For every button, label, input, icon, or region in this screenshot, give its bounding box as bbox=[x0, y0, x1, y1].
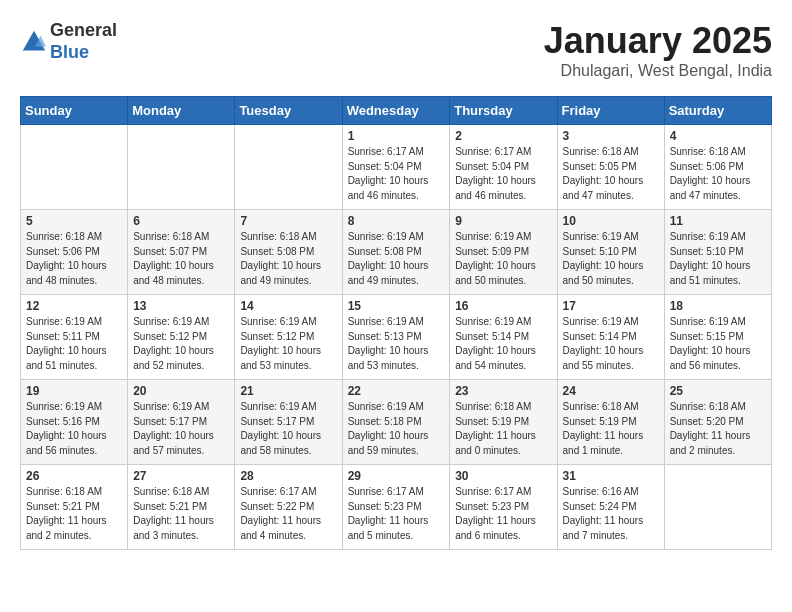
day-number: 4 bbox=[670, 129, 766, 143]
day-number: 13 bbox=[133, 299, 229, 313]
day-number: 5 bbox=[26, 214, 122, 228]
calendar-cell: 22Sunrise: 6:19 AM Sunset: 5:18 PM Dayli… bbox=[342, 380, 450, 465]
logo-blue: Blue bbox=[50, 42, 89, 62]
calendar-cell bbox=[235, 125, 342, 210]
calendar-week-4: 19Sunrise: 6:19 AM Sunset: 5:16 PM Dayli… bbox=[21, 380, 772, 465]
calendar-header: Sunday Monday Tuesday Wednesday Thursday… bbox=[21, 97, 772, 125]
calendar-cell bbox=[128, 125, 235, 210]
calendar-subtitle: Dhulagari, West Bengal, India bbox=[544, 62, 772, 80]
day-detail: Sunrise: 6:19 AM Sunset: 5:16 PM Dayligh… bbox=[26, 400, 122, 458]
header-row: Sunday Monday Tuesday Wednesday Thursday… bbox=[21, 97, 772, 125]
day-detail: Sunrise: 6:18 AM Sunset: 5:07 PM Dayligh… bbox=[133, 230, 229, 288]
logo-text: General Blue bbox=[50, 20, 117, 63]
day-number: 7 bbox=[240, 214, 336, 228]
calendar-cell: 3Sunrise: 6:18 AM Sunset: 5:05 PM Daylig… bbox=[557, 125, 664, 210]
header-thursday: Thursday bbox=[450, 97, 557, 125]
calendar-cell: 29Sunrise: 6:17 AM Sunset: 5:23 PM Dayli… bbox=[342, 465, 450, 550]
header-sunday: Sunday bbox=[21, 97, 128, 125]
day-number: 16 bbox=[455, 299, 551, 313]
calendar-cell: 23Sunrise: 6:18 AM Sunset: 5:19 PM Dayli… bbox=[450, 380, 557, 465]
calendar-cell: 4Sunrise: 6:18 AM Sunset: 5:06 PM Daylig… bbox=[664, 125, 771, 210]
day-number: 26 bbox=[26, 469, 122, 483]
day-detail: Sunrise: 6:19 AM Sunset: 5:15 PM Dayligh… bbox=[670, 315, 766, 373]
calendar-cell: 7Sunrise: 6:18 AM Sunset: 5:08 PM Daylig… bbox=[235, 210, 342, 295]
day-detail: Sunrise: 6:17 AM Sunset: 5:23 PM Dayligh… bbox=[348, 485, 445, 543]
calendar-cell: 13Sunrise: 6:19 AM Sunset: 5:12 PM Dayli… bbox=[128, 295, 235, 380]
logo: General Blue bbox=[20, 20, 117, 63]
calendar-cell: 27Sunrise: 6:18 AM Sunset: 5:21 PM Dayli… bbox=[128, 465, 235, 550]
day-number: 10 bbox=[563, 214, 659, 228]
day-detail: Sunrise: 6:19 AM Sunset: 5:18 PM Dayligh… bbox=[348, 400, 445, 458]
day-number: 15 bbox=[348, 299, 445, 313]
calendar-cell: 14Sunrise: 6:19 AM Sunset: 5:12 PM Dayli… bbox=[235, 295, 342, 380]
day-detail: Sunrise: 6:19 AM Sunset: 5:12 PM Dayligh… bbox=[133, 315, 229, 373]
calendar-cell: 21Sunrise: 6:19 AM Sunset: 5:17 PM Dayli… bbox=[235, 380, 342, 465]
day-detail: Sunrise: 6:16 AM Sunset: 5:24 PM Dayligh… bbox=[563, 485, 659, 543]
logo-icon bbox=[20, 28, 48, 56]
calendar-cell: 30Sunrise: 6:17 AM Sunset: 5:23 PM Dayli… bbox=[450, 465, 557, 550]
day-detail: Sunrise: 6:17 AM Sunset: 5:22 PM Dayligh… bbox=[240, 485, 336, 543]
day-number: 24 bbox=[563, 384, 659, 398]
logo-general: General bbox=[50, 20, 117, 40]
header-wednesday: Wednesday bbox=[342, 97, 450, 125]
calendar-cell: 15Sunrise: 6:19 AM Sunset: 5:13 PM Dayli… bbox=[342, 295, 450, 380]
day-number: 14 bbox=[240, 299, 336, 313]
day-number: 8 bbox=[348, 214, 445, 228]
calendar-cell bbox=[664, 465, 771, 550]
calendar-cell: 28Sunrise: 6:17 AM Sunset: 5:22 PM Dayli… bbox=[235, 465, 342, 550]
day-detail: Sunrise: 6:19 AM Sunset: 5:10 PM Dayligh… bbox=[670, 230, 766, 288]
calendar-cell: 11Sunrise: 6:19 AM Sunset: 5:10 PM Dayli… bbox=[664, 210, 771, 295]
calendar-cell: 5Sunrise: 6:18 AM Sunset: 5:06 PM Daylig… bbox=[21, 210, 128, 295]
calendar-cell: 6Sunrise: 6:18 AM Sunset: 5:07 PM Daylig… bbox=[128, 210, 235, 295]
calendar-cell bbox=[21, 125, 128, 210]
calendar-cell: 2Sunrise: 6:17 AM Sunset: 5:04 PM Daylig… bbox=[450, 125, 557, 210]
day-number: 17 bbox=[563, 299, 659, 313]
day-detail: Sunrise: 6:19 AM Sunset: 5:17 PM Dayligh… bbox=[240, 400, 336, 458]
day-detail: Sunrise: 6:19 AM Sunset: 5:08 PM Dayligh… bbox=[348, 230, 445, 288]
day-detail: Sunrise: 6:18 AM Sunset: 5:05 PM Dayligh… bbox=[563, 145, 659, 203]
header-monday: Monday bbox=[128, 97, 235, 125]
calendar-cell: 10Sunrise: 6:19 AM Sunset: 5:10 PM Dayli… bbox=[557, 210, 664, 295]
day-number: 1 bbox=[348, 129, 445, 143]
day-number: 9 bbox=[455, 214, 551, 228]
header-tuesday: Tuesday bbox=[235, 97, 342, 125]
day-number: 29 bbox=[348, 469, 445, 483]
calendar-week-3: 12Sunrise: 6:19 AM Sunset: 5:11 PM Dayli… bbox=[21, 295, 772, 380]
calendar-week-5: 26Sunrise: 6:18 AM Sunset: 5:21 PM Dayli… bbox=[21, 465, 772, 550]
day-detail: Sunrise: 6:17 AM Sunset: 5:23 PM Dayligh… bbox=[455, 485, 551, 543]
day-number: 6 bbox=[133, 214, 229, 228]
day-number: 20 bbox=[133, 384, 229, 398]
day-number: 27 bbox=[133, 469, 229, 483]
calendar-cell: 8Sunrise: 6:19 AM Sunset: 5:08 PM Daylig… bbox=[342, 210, 450, 295]
day-detail: Sunrise: 6:19 AM Sunset: 5:09 PM Dayligh… bbox=[455, 230, 551, 288]
day-detail: Sunrise: 6:18 AM Sunset: 5:06 PM Dayligh… bbox=[670, 145, 766, 203]
header-friday: Friday bbox=[557, 97, 664, 125]
day-detail: Sunrise: 6:18 AM Sunset: 5:06 PM Dayligh… bbox=[26, 230, 122, 288]
day-detail: Sunrise: 6:19 AM Sunset: 5:14 PM Dayligh… bbox=[455, 315, 551, 373]
day-detail: Sunrise: 6:18 AM Sunset: 5:08 PM Dayligh… bbox=[240, 230, 336, 288]
calendar-week-1: 1Sunrise: 6:17 AM Sunset: 5:04 PM Daylig… bbox=[21, 125, 772, 210]
day-number: 18 bbox=[670, 299, 766, 313]
day-number: 22 bbox=[348, 384, 445, 398]
calendar-cell: 16Sunrise: 6:19 AM Sunset: 5:14 PM Dayli… bbox=[450, 295, 557, 380]
calendar-cell: 25Sunrise: 6:18 AM Sunset: 5:20 PM Dayli… bbox=[664, 380, 771, 465]
calendar-cell: 26Sunrise: 6:18 AM Sunset: 5:21 PM Dayli… bbox=[21, 465, 128, 550]
day-number: 25 bbox=[670, 384, 766, 398]
day-number: 31 bbox=[563, 469, 659, 483]
calendar-title: January 2025 bbox=[544, 20, 772, 62]
day-detail: Sunrise: 6:18 AM Sunset: 5:20 PM Dayligh… bbox=[670, 400, 766, 458]
day-number: 19 bbox=[26, 384, 122, 398]
day-detail: Sunrise: 6:17 AM Sunset: 5:04 PM Dayligh… bbox=[455, 145, 551, 203]
day-detail: Sunrise: 6:19 AM Sunset: 5:10 PM Dayligh… bbox=[563, 230, 659, 288]
day-number: 2 bbox=[455, 129, 551, 143]
day-detail: Sunrise: 6:17 AM Sunset: 5:04 PM Dayligh… bbox=[348, 145, 445, 203]
calendar-cell: 18Sunrise: 6:19 AM Sunset: 5:15 PM Dayli… bbox=[664, 295, 771, 380]
day-detail: Sunrise: 6:18 AM Sunset: 5:19 PM Dayligh… bbox=[455, 400, 551, 458]
day-number: 23 bbox=[455, 384, 551, 398]
calendar-cell: 1Sunrise: 6:17 AM Sunset: 5:04 PM Daylig… bbox=[342, 125, 450, 210]
calendar-cell: 9Sunrise: 6:19 AM Sunset: 5:09 PM Daylig… bbox=[450, 210, 557, 295]
day-detail: Sunrise: 6:19 AM Sunset: 5:17 PM Dayligh… bbox=[133, 400, 229, 458]
header-saturday: Saturday bbox=[664, 97, 771, 125]
title-block: January 2025 Dhulagari, West Bengal, Ind… bbox=[544, 20, 772, 80]
calendar-cell: 20Sunrise: 6:19 AM Sunset: 5:17 PM Dayli… bbox=[128, 380, 235, 465]
